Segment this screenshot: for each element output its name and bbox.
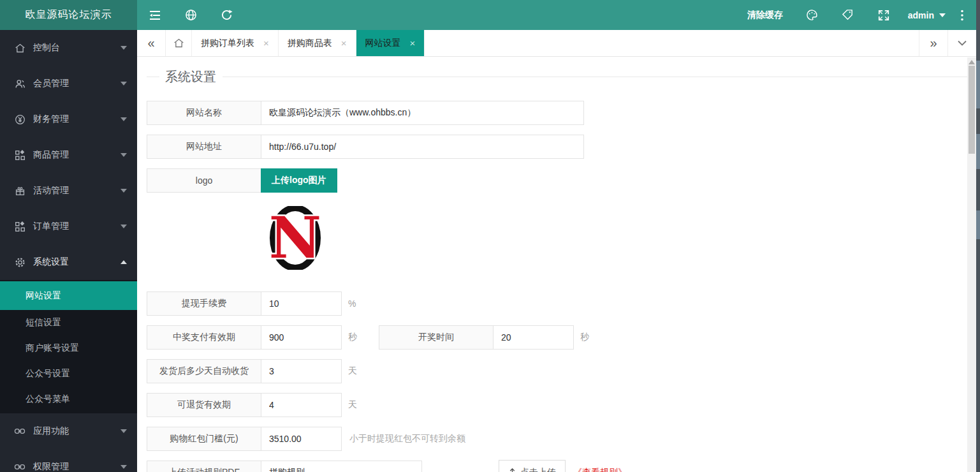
tag-icon — [842, 9, 854, 21]
user-menu[interactable]: admin — [908, 10, 946, 20]
close-icon[interactable]: × — [410, 38, 416, 48]
home-icon — [14, 42, 26, 54]
field-logo: logo 上传logo图片 — [147, 168, 967, 193]
tab-label: 网站设置 — [365, 38, 401, 49]
sidebar-item-app-functions[interactable]: 应用功能 — [0, 413, 137, 449]
close-icon[interactable]: × — [341, 38, 347, 48]
sidebar-item-finance[interactable]: 财务管理 — [0, 101, 137, 137]
field-site-name: 网站名称 — [147, 101, 967, 125]
win-pay-validity-input[interactable] — [261, 325, 342, 350]
sidebar-item-label: 会员管理 — [33, 78, 121, 89]
content-scrollbar[interactable] — [967, 57, 976, 472]
page-title: 系统设置 — [165, 68, 216, 85]
upload-logo-button[interactable]: 上传logo图片 — [261, 168, 337, 193]
scroll-up-arrow-icon[interactable] — [969, 60, 975, 64]
close-icon[interactable]: × — [263, 38, 269, 48]
collapse-menu-icon — [149, 10, 161, 20]
components-icon — [14, 149, 26, 161]
sidebar-item-label: 权限管理 — [33, 461, 121, 472]
sidebar-item-goods[interactable]: 商品管理 — [0, 137, 137, 173]
field-withdraw-fee: 提现手续费 % — [147, 291, 967, 316]
sidebar-subitem-official-menu[interactable]: 公众号菜单 — [0, 387, 137, 412]
rules-pdf-input[interactable] — [261, 461, 422, 472]
tab-group-goods-table[interactable]: 拼购商品表 × — [279, 30, 356, 56]
unit-label: 天 — [348, 399, 357, 411]
fullscreen-button[interactable] — [866, 0, 902, 30]
field-return-validity: 可退货有效期 天 — [147, 393, 967, 417]
upload-rules-button[interactable]: 点击上传 — [499, 460, 566, 472]
site-logo-image: N — [263, 206, 327, 270]
sidebar-item-activities[interactable]: 活动管理 — [0, 173, 137, 209]
sidebar-subitem-sms-settings[interactable]: 短信设置 — [0, 310, 137, 336]
tab-label: 拼购商品表 — [288, 38, 332, 49]
language-button[interactable] — [173, 0, 208, 30]
unit-label: 秒 — [348, 332, 357, 343]
tab-site-settings[interactable]: 网站设置 × — [356, 30, 425, 56]
home-tab-button[interactable] — [166, 30, 192, 56]
caret-down-icon — [939, 13, 946, 17]
upload-icon — [508, 468, 516, 472]
refresh-button[interactable] — [208, 0, 244, 30]
sidebar-subitem-official-account[interactable]: 公众号设置 — [0, 361, 137, 387]
site-name-input[interactable] — [261, 101, 584, 125]
field-label: 中奖支付有效期 — [147, 325, 261, 350]
more-vertical-icon — [961, 10, 963, 21]
refresh-icon — [221, 9, 233, 21]
tag-button[interactable] — [830, 0, 866, 30]
clear-cache-button[interactable]: 清除缓存 — [747, 10, 783, 21]
site-url-input[interactable] — [261, 135, 584, 159]
field-label: 上传活动规则PDF — [147, 461, 261, 472]
gift-icon — [14, 185, 26, 196]
field-site-url: 网站地址 — [147, 135, 967, 159]
redpacket-threshold-input[interactable] — [261, 427, 342, 451]
field-auto-receive-days: 发货后多少天自动收货 天 — [147, 359, 967, 383]
field-label: 网站名称 — [147, 101, 261, 125]
withdraw-fee-input[interactable] — [261, 291, 342, 316]
draw-time-input[interactable] — [493, 325, 574, 350]
chevron-down-icon — [121, 465, 127, 469]
field-rules-pdf: 上传活动规则PDF 点击上传 《查看规则》 — [147, 461, 967, 472]
upload-button-label: 点击上传 — [520, 467, 556, 472]
home-icon — [173, 38, 184, 48]
sidebar-subitem-site-settings[interactable]: 网站设置 — [0, 281, 137, 310]
field-label: 购物红包门槛(元) — [147, 427, 261, 451]
theme-button[interactable] — [794, 0, 830, 30]
chevron-down-icon — [121, 225, 127, 228]
sidebar-item-console[interactable]: 控制台 — [0, 30, 137, 66]
tab-bar: « 拼购订单列表 × 拼购商品表 × 网站设置 × » — [137, 30, 976, 57]
sidebar-item-permissions[interactable]: 权限管理 — [0, 449, 137, 472]
view-rules-link[interactable]: 《查看规则》 — [573, 467, 627, 472]
chevron-down-icon — [958, 40, 967, 46]
link-icon — [14, 461, 26, 472]
collapse-sidebar-button[interactable] — [137, 0, 173, 30]
chevron-down-icon — [121, 46, 127, 50]
unit-label: 天 — [348, 365, 357, 377]
more-menu-button[interactable] — [948, 0, 976, 30]
sidebar-subitem-merchant-account[interactable]: 商户账号设置 — [0, 336, 137, 361]
chevron-down-icon — [121, 189, 127, 193]
return-validity-input[interactable] — [261, 393, 342, 417]
sidebar-item-system-settings[interactable]: 系统设置 — [0, 244, 137, 280]
tabs-scroll-right-button[interactable]: » — [919, 30, 947, 56]
sidebar-item-label: 商品管理 — [33, 149, 121, 161]
sidebar-item-members[interactable]: 会员管理 — [0, 66, 137, 101]
field-label: 网站地址 — [147, 135, 261, 159]
auto-receive-days-input[interactable] — [261, 359, 342, 383]
tab-group-order-list[interactable]: 拼购订单列表 × — [192, 30, 279, 56]
unit-label: % — [348, 299, 356, 309]
yen-circle-icon — [14, 114, 26, 125]
field-win-pay-validity: 中奖支付有效期 秒 开奖时间 秒 — [147, 325, 967, 350]
tabs-scroll-left-button[interactable]: « — [137, 30, 166, 56]
field-hint: 小于时提现红包不可转到余额 — [349, 433, 465, 445]
field-redpacket-threshold: 购物红包门槛(元) 小于时提现红包不可转到余额 — [147, 427, 967, 451]
scrollbar-thumb[interactable] — [969, 66, 975, 154]
field-label: 发货后多少天自动收货 — [147, 359, 261, 383]
field-draw-time: 开奖时间 秒 — [379, 325, 589, 350]
sidebar-item-orders[interactable]: 订单管理 — [0, 209, 137, 244]
sidebar-item-label: 财务管理 — [33, 114, 121, 125]
gear-icon — [14, 256, 26, 268]
field-label: 开奖时间 — [379, 325, 494, 350]
window-scrollbar-strip[interactable] — [976, 0, 980, 472]
chevron-up-icon — [121, 260, 127, 264]
tabs-menu-button[interactable] — [947, 30, 976, 56]
